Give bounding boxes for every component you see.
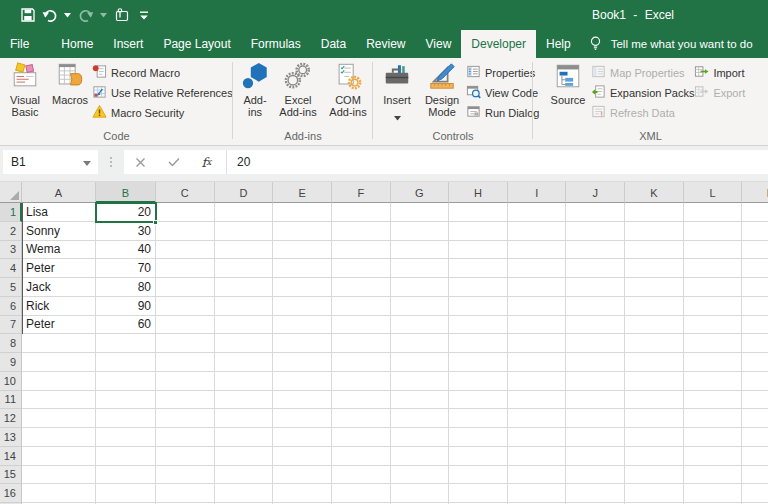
cell-E13[interactable] [273, 428, 332, 447]
row-header-12[interactable]: 12 [0, 409, 22, 428]
cell-A3[interactable]: Wema [22, 241, 96, 260]
cell-I3[interactable] [508, 241, 567, 260]
select-all-corner[interactable] [0, 182, 22, 203]
cancel-icon[interactable] [124, 150, 157, 174]
cell-M1[interactable] [742, 203, 768, 222]
cell-C6[interactable] [156, 297, 215, 316]
tell-me-box[interactable]: Tell me what you want to do [587, 30, 753, 58]
tab-formulas[interactable]: Formulas [241, 30, 311, 58]
cell-D10[interactable] [215, 372, 274, 391]
cell-J11[interactable] [566, 391, 625, 410]
cell-H1[interactable] [449, 203, 508, 222]
name-box-dropdown-icon[interactable] [83, 153, 98, 171]
column-header-J[interactable]: J [566, 182, 625, 203]
run-dialog-button[interactable]: Run Dialog [466, 103, 539, 123]
redo-icon[interactable] [78, 7, 94, 23]
cell-J4[interactable] [566, 259, 625, 278]
cell-L10[interactable] [684, 372, 743, 391]
cell-L7[interactable] [684, 316, 743, 335]
cell-D2[interactable] [215, 222, 274, 241]
cell-H8[interactable] [449, 334, 508, 353]
cell-D9[interactable] [215, 353, 274, 372]
cell-F2[interactable] [332, 222, 391, 241]
column-header-F[interactable]: F [332, 182, 391, 203]
cell-E16[interactable] [273, 484, 332, 503]
cell-H13[interactable] [449, 428, 508, 447]
cell-B8[interactable] [96, 334, 156, 353]
tab-data[interactable]: Data [311, 30, 356, 58]
cell-M16[interactable] [742, 484, 768, 503]
row-header-11[interactable]: 11 [0, 391, 22, 410]
cell-L11[interactable] [684, 391, 743, 410]
enter-icon[interactable] [157, 150, 190, 174]
cell-E15[interactable] [273, 466, 332, 485]
row-header-15[interactable]: 15 [0, 466, 22, 485]
cell-K13[interactable] [625, 428, 684, 447]
cell-B14[interactable] [96, 447, 156, 466]
source-button[interactable]: Source [545, 58, 591, 106]
cell-B3[interactable]: 40 [96, 241, 156, 260]
cell-A6[interactable]: Rick [22, 297, 96, 316]
cell-L1[interactable] [684, 203, 743, 222]
cell-F14[interactable] [332, 447, 391, 466]
insert-button[interactable]: Insert [376, 58, 418, 125]
cell-I12[interactable] [508, 409, 567, 428]
save-icon[interactable] [20, 7, 36, 23]
cell-G9[interactable] [391, 353, 450, 372]
cell-A9[interactable] [22, 353, 96, 372]
cell-A4[interactable]: Peter [22, 259, 96, 278]
cell-C5[interactable] [156, 278, 215, 297]
customize-qat-icon[interactable] [136, 7, 152, 23]
cell-I10[interactable] [508, 372, 567, 391]
cell-F10[interactable] [332, 372, 391, 391]
cell-L9[interactable] [684, 353, 743, 372]
cell-D1[interactable] [215, 203, 274, 222]
cell-H6[interactable] [449, 297, 508, 316]
cell-A12[interactable] [22, 409, 96, 428]
cell-G5[interactable] [391, 278, 450, 297]
cell-J16[interactable] [566, 484, 625, 503]
cell-G7[interactable] [391, 316, 450, 335]
cell-K14[interactable] [625, 447, 684, 466]
cell-L16[interactable] [684, 484, 743, 503]
cell-F4[interactable] [332, 259, 391, 278]
cell-I15[interactable] [508, 466, 567, 485]
cell-I6[interactable] [508, 297, 567, 316]
cell-H16[interactable] [449, 484, 508, 503]
cell-C1[interactable] [156, 203, 215, 222]
cell-M11[interactable] [742, 391, 768, 410]
cell-A15[interactable] [22, 466, 96, 485]
row-header-16[interactable]: 16 [0, 484, 22, 503]
cell-B15[interactable] [96, 466, 156, 485]
tab-review[interactable]: Review [356, 30, 415, 58]
cell-K6[interactable] [625, 297, 684, 316]
cell-H10[interactable] [449, 372, 508, 391]
column-header-H[interactable]: H [449, 182, 508, 203]
cell-H11[interactable] [449, 391, 508, 410]
cell-F8[interactable] [332, 334, 391, 353]
cell-G12[interactable] [391, 409, 450, 428]
name-box[interactable]: B1 [3, 150, 98, 174]
cell-J6[interactable] [566, 297, 625, 316]
row-header-3[interactable]: 3 [0, 241, 22, 260]
cell-G14[interactable] [391, 447, 450, 466]
cell-J7[interactable] [566, 316, 625, 335]
cell-I5[interactable] [508, 278, 567, 297]
cell-A1[interactable]: Lisa [22, 203, 96, 222]
cell-D16[interactable] [215, 484, 274, 503]
cell-A14[interactable] [22, 447, 96, 466]
cell-M15[interactable] [742, 466, 768, 485]
column-header-G[interactable]: G [391, 182, 450, 203]
row-header-7[interactable]: 7 [0, 316, 22, 335]
cell-J9[interactable] [566, 353, 625, 372]
cell-E9[interactable] [273, 353, 332, 372]
cell-E6[interactable] [273, 297, 332, 316]
cell-H12[interactable] [449, 409, 508, 428]
cell-B13[interactable] [96, 428, 156, 447]
cell-L6[interactable] [684, 297, 743, 316]
cell-H2[interactable] [449, 222, 508, 241]
cell-E2[interactable] [273, 222, 332, 241]
cell-K15[interactable] [625, 466, 684, 485]
cell-D11[interactable] [215, 391, 274, 410]
column-header-L[interactable]: L [684, 182, 743, 203]
